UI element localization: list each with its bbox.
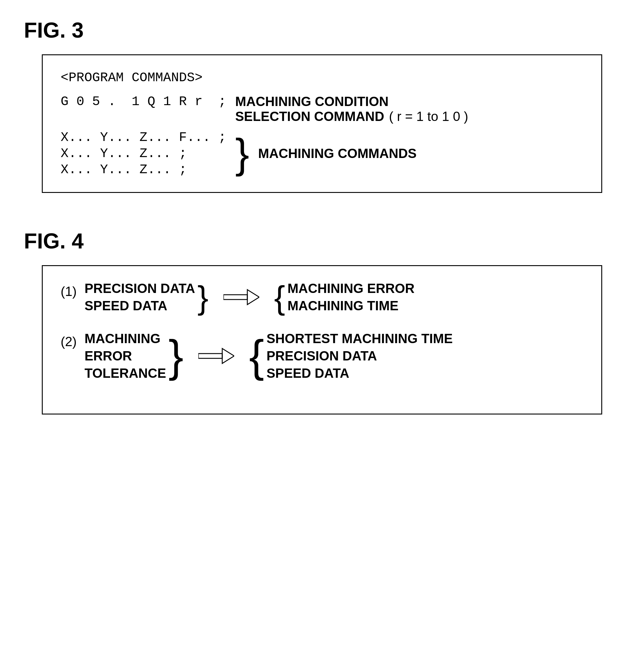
row1-right-item1: MACHINING ERROR <box>287 281 414 296</box>
row2-right-group: { SHORTEST MACHINING TIME PRECISION DATA… <box>249 331 453 381</box>
row1-left-group: PRECISION DATA SPEED DATA } <box>85 281 209 313</box>
row2-left-item3: TOLERANCE <box>85 366 166 381</box>
right-brace-symbol: } <box>235 132 249 175</box>
row2-left-item1: MACHINING <box>85 331 166 346</box>
row2-left-item2: ERROR <box>85 348 166 364</box>
fig3-box: <PROGRAM COMMANDS> G 0 5 . 1 Q 1 R r ; M… <box>42 54 602 193</box>
code-line3: X... Y... Z... ; <box>61 162 226 177</box>
row1-left-item2: SPEED DATA <box>85 298 195 313</box>
row2-right-item2: PRECISION DATA <box>267 348 453 364</box>
row2-right-item3: SPEED DATA <box>267 366 453 381</box>
row1-number: (1) <box>61 284 85 299</box>
program-header: <PROGRAM COMMANDS> <box>61 70 583 85</box>
svg-marker-3 <box>222 348 234 364</box>
g05-command-line: G 0 5 . 1 Q 1 R r ; MACHINING CONDITION … <box>61 94 583 124</box>
row2-arrow <box>198 347 234 365</box>
code-lines: X... Y... Z... F... ; X... Y... Z... ; X… <box>61 130 226 177</box>
fig4-label: FIG. 4 <box>24 229 620 253</box>
fig4-row1: (1) PRECISION DATA SPEED DATA } { MACHIN… <box>61 281 583 313</box>
row1-right-items: MACHINING ERROR MACHINING TIME <box>287 281 414 313</box>
svg-rect-2 <box>198 353 222 358</box>
code-line2: X... Y... Z... ; <box>61 146 226 161</box>
row2-right-item1: SHORTEST MACHINING TIME <box>267 331 453 346</box>
row2-left-items: MACHINING ERROR TOLERANCE <box>85 331 166 381</box>
row2-left-brace: } <box>168 336 183 376</box>
machining-commands-label: MACHINING COMMANDS <box>258 146 417 161</box>
row2-number: (2) <box>61 334 85 349</box>
fig4-row2: (2) MACHINING ERROR TOLERANCE } { SHORTE <box>61 331 583 381</box>
fig3-section: FIG. 3 <PROGRAM COMMANDS> G 0 5 . 1 Q 1 … <box>24 18 620 193</box>
svg-rect-0 <box>223 295 247 300</box>
fig4-section: FIG. 4 (1) PRECISION DATA SPEED DATA } { <box>24 229 620 414</box>
g05-condition: ( r = 1 to 1 0 ) <box>389 109 468 124</box>
row1-right-group: { MACHINING ERROR MACHINING TIME <box>274 281 415 313</box>
row1-left-brace: } <box>197 282 209 312</box>
arrow-icon <box>223 288 259 306</box>
svg-marker-1 <box>247 290 259 305</box>
g05-label-line1: MACHINING CONDITION <box>235 94 389 109</box>
g05-label-line2: SELECTION COMMAND <box>235 109 385 124</box>
row2-right-items: SHORTEST MACHINING TIME PRECISION DATA S… <box>267 331 453 381</box>
g05-code: G 0 5 . 1 Q 1 R r ; <box>61 94 226 109</box>
machining-commands-block: X... Y... Z... F... ; X... Y... Z... ; X… <box>61 130 583 177</box>
row2-left-group: MACHINING ERROR TOLERANCE } <box>85 331 183 381</box>
fig3-label: FIG. 3 <box>24 18 620 42</box>
fig4-box: (1) PRECISION DATA SPEED DATA } { MACHIN… <box>42 265 602 414</box>
arrow2-icon <box>198 347 234 365</box>
code-line1: X... Y... Z... F... ; <box>61 130 226 145</box>
row1-right-item2: MACHINING TIME <box>287 298 414 313</box>
row2-right-brace: { <box>249 336 264 376</box>
row1-right-brace: { <box>274 282 285 312</box>
row1-left-items: PRECISION DATA SPEED DATA <box>85 281 195 313</box>
row1-arrow <box>223 288 259 306</box>
g05-label-block: MACHINING CONDITION SELECTION COMMAND ( … <box>235 94 468 124</box>
row1-left-item1: PRECISION DATA <box>85 281 195 296</box>
